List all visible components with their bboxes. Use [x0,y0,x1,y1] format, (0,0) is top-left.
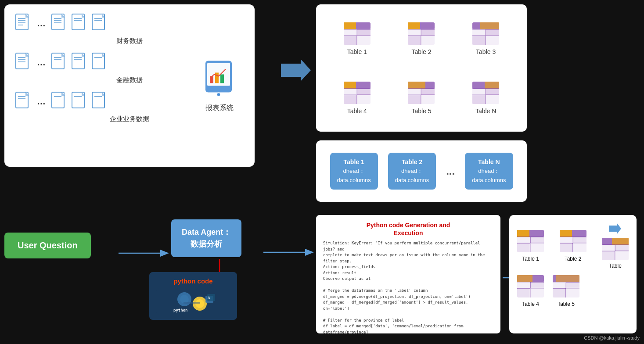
svg-rect-146 [560,237,573,243]
doc-icon [15,91,32,111]
doc-icon [91,91,108,111]
svg-marker-129 [305,249,314,256]
dots-2: … [37,57,46,68]
svg-rect-64 [357,36,371,45]
svg-rect-147 [573,243,586,252]
table-n-icon [471,81,500,105]
svg-rect-57 [344,22,356,29]
svg-rect-113 [472,95,486,104]
result-table-5-label: Table 5 [558,301,575,307]
doc-icon [51,91,68,111]
svg-rect-93 [344,95,357,104]
main-arrow [281,57,312,85]
svg-rect-139 [530,243,544,252]
svg-rect-82 [486,29,499,36]
result-table-2-label: Table 2 [565,256,582,262]
svg-rect-151 [612,238,629,245]
code-gen-panel: Python code Generation and Execution Sim… [316,215,500,333]
table-desc-2: Table 2 dhead： data.columns [388,153,436,190]
final-table-icon [601,237,630,261]
table-desc-n-line2: data.columns [472,176,506,185]
svg-rect-104 [421,95,435,104]
table-item-5: Table 5 [407,81,435,115]
table-3-label: Table 3 [476,48,496,55]
watermark: CSDN @kaka.jiulin -study [584,335,640,340]
svg-rect-114 [486,95,499,104]
svg-rect-102 [421,89,435,95]
svg-rect-134 [517,230,529,237]
report-system-label: 报表系统 [202,104,237,113]
table-1-label: Table 1 [347,48,367,55]
table-item-2: Table 2 [407,22,435,55]
doc-icon [71,52,88,72]
table-desc-n: Table N dhead： data.columns [465,153,513,190]
svg-rect-97 [408,82,425,89]
result-table-5-icon [552,274,580,298]
svg-rect-101 [408,89,421,95]
svg-rect-92 [357,89,371,95]
table-desc-2-line1: dhead： [395,167,429,176]
python-logo: python 3 [171,290,215,312]
svg-rect-83 [472,36,486,45]
dots-3: … [37,97,46,107]
result-table-5: Table 5 [552,274,580,307]
svg-rect-138 [517,237,530,243]
python-logo-area: python 3 [156,288,230,315]
table-grid-panel: Table 1 Table 2 [316,4,527,132]
right-arrow-small [119,247,171,260]
svg-rect-84 [486,36,499,45]
table-item-4: Table 4 [343,81,371,115]
doc-icon [15,52,32,72]
table-desc-2-title: Table 2 [395,157,429,167]
svg-rect-155 [602,245,615,251]
svg-rect-63 [344,36,357,45]
svg-text:3: 3 [208,296,210,300]
result-table-4-label: Table 4 [522,301,539,307]
table-desc-1-line2: data.columns [337,176,371,185]
table-4-label: Table 4 [347,108,367,115]
svg-marker-54 [281,59,311,81]
svg-rect-61 [344,29,357,36]
svg-rect-77 [480,22,499,29]
result-table-4-icon [516,274,545,298]
svg-rect-167 [556,275,579,282]
svg-rect-159 [517,275,532,282]
svg-text:python: python [173,308,188,312]
doc-icon [71,91,88,111]
code-gen-content: Simulation: KeyError: 'If you perform mu… [323,240,493,333]
result-table-1-label: Table 1 [522,256,539,262]
svg-rect-156 [615,251,629,260]
python-code-box: python code python 3 [149,272,237,320]
table-desc-n-title: Table N [472,157,506,167]
doc-icon [51,13,68,33]
svg-rect-163 [517,282,530,288]
svg-rect-72 [421,29,435,36]
svg-rect-164 [530,288,544,297]
svg-rect-123 [183,302,200,304]
svg-rect-51 [215,73,219,83]
svg-rect-73 [408,36,421,45]
table-5-label: Table 5 [411,108,431,115]
result-table-2-icon [559,229,587,253]
data-agent-box: Data Agent： 数据分析 [171,219,241,257]
svg-rect-62 [357,29,371,36]
svg-rect-71 [408,29,421,36]
table-item-n: Table N [471,81,500,115]
doc-icon [71,13,88,33]
table-2-label: Table 2 [411,48,431,55]
tablet-icon [202,59,237,98]
doc-icon [91,52,108,72]
code-gen-title: Python code Generation and Execution [323,221,493,237]
data-agent-line2: 数据分析 [182,238,231,250]
table-desc-1-title: Table 1 [337,157,371,167]
main-container: … [0,0,644,344]
svg-rect-112 [486,89,499,95]
financial-data-group: … [13,13,246,45]
left-panel: … [4,4,255,167]
result-final-label: Table [601,263,630,269]
financial-label: 财务数据 [13,37,246,45]
doc-icon [15,13,32,33]
svg-rect-107 [485,82,499,89]
user-to-agent-arrow [119,247,171,262]
result-table-1: Table 1 [516,229,545,262]
